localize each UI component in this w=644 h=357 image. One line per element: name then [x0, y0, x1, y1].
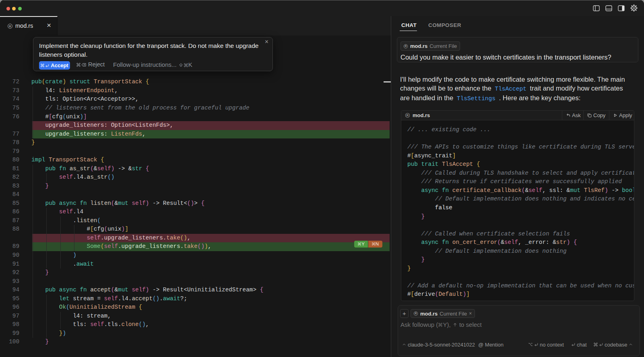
svg-text:R: R [415, 312, 417, 315]
svg-text:R: R [407, 113, 409, 117]
svg-text:R: R [9, 25, 11, 28]
svg-text:R: R [405, 45, 407, 47]
